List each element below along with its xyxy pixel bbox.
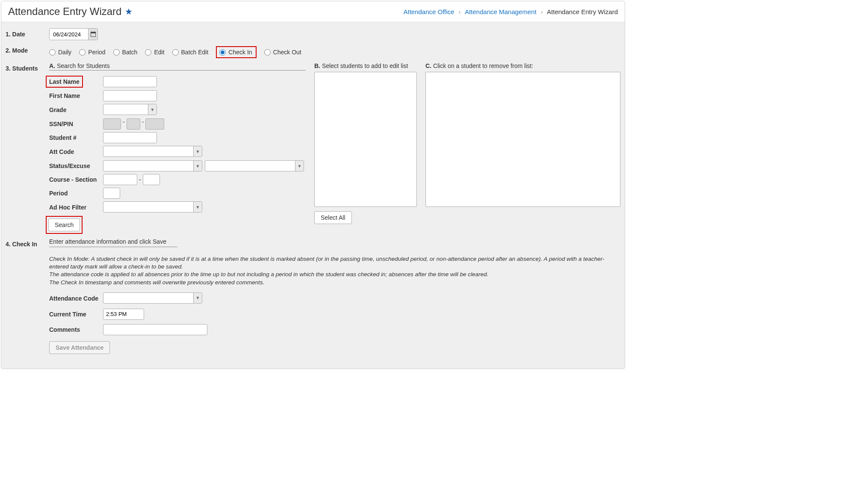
- ad-hoc-filter-select[interactable]: ▼: [103, 201, 202, 212]
- student-number-label: Student #: [49, 134, 103, 141]
- mode-radio-daily[interactable]: Daily: [49, 49, 71, 56]
- chevron-down-icon: ▼: [193, 293, 202, 303]
- mode-radio-check-out[interactable]: Check Out: [264, 49, 301, 56]
- checkin-subhead: Enter attendance information and click S…: [49, 238, 177, 247]
- grade-select[interactable]: ▼: [103, 104, 157, 115]
- chevron-down-icon: ▼: [193, 202, 202, 212]
- chevron-down-icon: ▼: [148, 104, 156, 115]
- step-1-label: 1. Date: [6, 28, 49, 38]
- status-excuse-label: Status/Excuse: [49, 162, 103, 169]
- period-input[interactable]: [103, 188, 120, 199]
- student-number-input[interactable]: [103, 132, 157, 143]
- select-all-button[interactable]: Select All: [314, 211, 352, 224]
- svg-rect-3: [94, 31, 94, 32]
- save-attendance-button[interactable]: Save Attendance: [49, 341, 110, 354]
- ssn-part-3-input[interactable]: [145, 118, 164, 130]
- period-label: Period: [49, 190, 103, 197]
- breadcrumb-current: Attendance Entry Wizard: [547, 8, 618, 15]
- current-time-input[interactable]: [103, 309, 144, 320]
- date-input[interactable]: [50, 29, 88, 40]
- search-results-listbox[interactable]: [314, 72, 417, 207]
- mode-radio-batch-edit[interactable]: Batch Edit: [172, 49, 209, 56]
- grade-label: Grade: [49, 106, 103, 113]
- attendance-code-label: Attendance Code: [49, 295, 103, 302]
- course-section-label: Course - Section: [49, 176, 103, 183]
- chevron-down-icon: ▼: [295, 161, 304, 171]
- svg-rect-2: [92, 31, 92, 32]
- ad-hoc-filter-label: Ad Hoc Filter: [49, 204, 103, 211]
- mode-radio-period[interactable]: Period: [79, 49, 105, 56]
- breadcrumb: Attendance Office › Attendance Managemen…: [403, 8, 618, 15]
- mode-radio-group: Daily Period Batch Edit Batch Edit: [49, 44, 620, 58]
- course-input[interactable]: [103, 174, 137, 185]
- ssn-part-1-input[interactable]: [103, 118, 121, 130]
- chevron-right-icon: ›: [541, 8, 543, 15]
- comments-label: Comments: [49, 326, 103, 333]
- ssn-pin-label: SSN/PIN: [49, 121, 103, 127]
- col-c-head: C. Click on a student to remove from lis…: [425, 62, 620, 69]
- att-code-label: Att Code: [49, 148, 103, 155]
- svg-rect-1: [91, 32, 95, 33]
- chevron-down-icon: ▼: [193, 146, 202, 156]
- mode-radio-batch[interactable]: Batch: [113, 49, 138, 56]
- chevron-right-icon: ›: [459, 8, 461, 15]
- status-select[interactable]: ▼: [103, 160, 202, 171]
- breadcrumb-link-office[interactable]: Attendance Office: [403, 8, 454, 15]
- last-name-label: Last Name: [49, 78, 80, 85]
- step-4-label: 4. Check In: [6, 238, 49, 248]
- calendar-icon[interactable]: [88, 29, 97, 40]
- checkin-info-text: Check In Mode: A student check in will o…: [49, 255, 620, 286]
- section-input[interactable]: [143, 174, 160, 185]
- breadcrumb-link-management[interactable]: Attendance Management: [465, 8, 537, 15]
- step-3-label: 3. Students: [6, 62, 49, 72]
- current-time-label: Current Time: [49, 311, 103, 318]
- search-button[interactable]: Search: [48, 218, 80, 231]
- att-code-select[interactable]: ▼: [103, 146, 202, 157]
- mode-radio-edit[interactable]: Edit: [145, 49, 164, 56]
- mode-radio-check-in[interactable]: Check In: [216, 46, 256, 58]
- last-name-input[interactable]: [103, 76, 157, 87]
- selected-students-listbox[interactable]: [425, 72, 620, 207]
- col-b-head: B. Select students to add to edit list: [314, 62, 417, 69]
- chevron-down-icon: ▼: [193, 161, 202, 171]
- page-title: Attendance Entry Wizard: [8, 6, 121, 18]
- comments-input[interactable]: [103, 324, 207, 335]
- attendance-code-select[interactable]: ▼: [103, 292, 202, 304]
- excuse-select[interactable]: ▼: [205, 160, 304, 171]
- step-2-label: 2. Mode: [6, 44, 49, 54]
- col-a-head: A. Search for Students: [49, 62, 306, 71]
- ssn-part-2-input[interactable]: [127, 118, 140, 130]
- first-name-input[interactable]: [103, 90, 157, 101]
- first-name-label: First Name: [49, 92, 103, 99]
- favorite-star-icon[interactable]: ★: [125, 6, 133, 17]
